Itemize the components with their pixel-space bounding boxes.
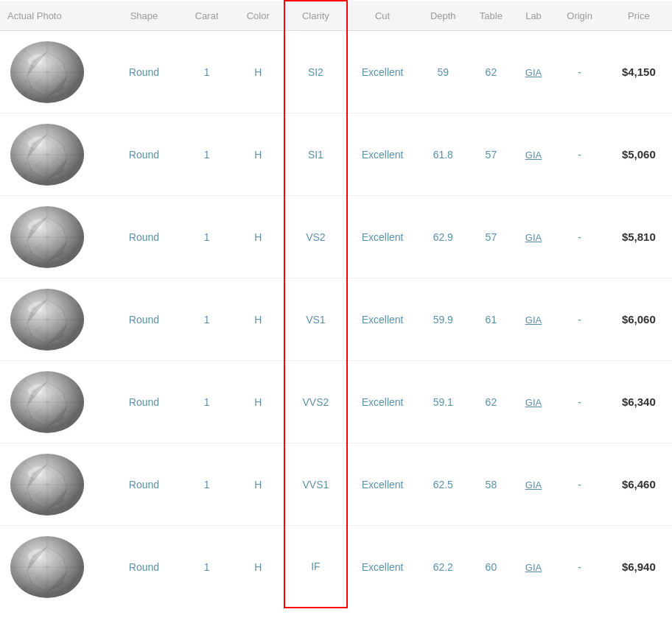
lab-cell[interactable]: GIA — [513, 113, 553, 196]
color-cell: H — [233, 278, 284, 361]
table-row: Round 1 H VVS1 Excellent 62.5 58 GIA - $… — [0, 443, 672, 526]
table-cell: 61 — [469, 278, 513, 361]
table-cell: 57 — [469, 196, 513, 278]
depth-cell: 62.2 — [417, 526, 469, 608]
lab-cell[interactable]: GIA — [513, 278, 553, 361]
price-cell: $6,940 — [606, 526, 672, 608]
header-carat: Carat — [181, 1, 233, 31]
diamond-image — [4, 119, 89, 189]
origin-cell: - — [554, 196, 606, 278]
shape-cell: Round — [107, 443, 181, 526]
color-cell: H — [233, 361, 284, 443]
header-price: Price — [606, 1, 672, 31]
table-cell: 62 — [469, 31, 513, 113]
carat-cell: 1 — [181, 31, 233, 113]
clarity-cell: VVS2 — [284, 361, 347, 443]
table-row: Round 1 H SI2 Excellent 59 62 GIA - $4,1… — [0, 31, 672, 113]
cut-cell: Excellent — [347, 196, 417, 278]
price-cell: $4,150 — [606, 31, 672, 113]
lab-cell[interactable]: GIA — [513, 361, 553, 443]
clarity-cell: SI2 — [284, 31, 347, 113]
lab-link[interactable]: GIA — [525, 314, 542, 326]
photo-cell — [0, 196, 107, 278]
header-depth: Depth — [417, 1, 469, 31]
shape-cell: Round — [107, 31, 181, 113]
table-header-row: Actual Photo Shape Carat Color Clarity C… — [0, 1, 672, 31]
shape-cell: Round — [107, 526, 181, 608]
header-lab: Lab — [513, 1, 553, 31]
diamond-image — [4, 202, 89, 272]
price-cell: $5,810 — [606, 196, 672, 278]
table-cell: 60 — [469, 526, 513, 608]
shape-cell: Round — [107, 361, 181, 443]
lab-link[interactable]: GIA — [525, 67, 542, 78]
depth-cell: 59.9 — [417, 278, 469, 361]
clarity-cell: VS1 — [284, 278, 347, 361]
clarity-cell: VVS1 — [284, 443, 347, 526]
color-cell: H — [233, 31, 284, 113]
table-row: Round 1 H IF Excellent 62.2 60 GIA - $6,… — [0, 526, 672, 608]
carat-cell: 1 — [181, 526, 233, 608]
origin-cell: - — [554, 443, 606, 526]
color-cell: H — [233, 196, 284, 278]
color-cell: H — [233, 443, 284, 526]
price-cell: $6,460 — [606, 443, 672, 526]
carat-cell: 1 — [181, 443, 233, 526]
price-cell: $6,340 — [606, 361, 672, 443]
table-row: Round 1 H SI1 Excellent 61.8 57 GIA - $5… — [0, 113, 672, 196]
table-cell: 62 — [469, 361, 513, 443]
carat-cell: 1 — [181, 278, 233, 361]
diamond-image — [4, 284, 89, 354]
shape-cell: Round — [107, 196, 181, 278]
diamond-image — [4, 37, 89, 107]
photo-cell — [0, 113, 107, 196]
price-cell: $5,060 — [606, 113, 672, 196]
carat-cell: 1 — [181, 113, 233, 196]
shape-cell: Round — [107, 278, 181, 361]
lab-link[interactable]: GIA — [525, 150, 542, 161]
cut-cell: Excellent — [347, 361, 417, 443]
cut-cell: Excellent — [347, 31, 417, 113]
origin-cell: - — [554, 526, 606, 608]
diamond-image — [4, 532, 89, 602]
photo-cell — [0, 31, 107, 113]
header-origin: Origin — [554, 1, 606, 31]
depth-cell: 59 — [417, 31, 469, 113]
lab-cell[interactable]: GIA — [513, 31, 553, 113]
table-row: Round 1 H VS2 Excellent 62.9 57 GIA - $5… — [0, 196, 672, 278]
lab-link[interactable]: GIA — [525, 232, 542, 243]
lab-link[interactable]: GIA — [525, 479, 542, 490]
diamond-image — [4, 449, 89, 519]
table-cell: 58 — [469, 443, 513, 526]
clarity-cell: IF — [284, 526, 347, 608]
lab-link[interactable]: GIA — [525, 562, 542, 573]
lab-link[interactable]: GIA — [525, 397, 542, 408]
header-shape: Shape — [107, 1, 181, 31]
cut-cell: Excellent — [347, 526, 417, 608]
price-cell: $6,060 — [606, 278, 672, 361]
lab-cell[interactable]: GIA — [513, 196, 553, 278]
cut-cell: Excellent — [347, 443, 417, 526]
header-table: Table — [469, 1, 513, 31]
photo-cell — [0, 526, 107, 608]
origin-cell: - — [554, 113, 606, 196]
depth-cell: 62.9 — [417, 196, 469, 278]
origin-cell: - — [554, 361, 606, 443]
cut-cell: Excellent — [347, 278, 417, 361]
table-row: Round 1 H VS1 Excellent 59.9 61 GIA - $6… — [0, 278, 672, 361]
header-clarity: Clarity — [284, 1, 347, 31]
lab-cell[interactable]: GIA — [513, 526, 553, 608]
diamond-image — [4, 367, 89, 437]
photo-cell — [0, 361, 107, 443]
shape-cell: Round — [107, 113, 181, 196]
clarity-cell: VS2 — [284, 196, 347, 278]
cut-cell: Excellent — [347, 113, 417, 196]
table-cell: 57 — [469, 113, 513, 196]
color-cell: H — [233, 526, 284, 608]
origin-cell: - — [554, 31, 606, 113]
lab-cell[interactable]: GIA — [513, 443, 553, 526]
carat-cell: 1 — [181, 196, 233, 278]
diamond-table: Actual Photo Shape Carat Color Clarity C… — [0, 0, 672, 608]
header-color: Color — [233, 1, 284, 31]
carat-cell: 1 — [181, 361, 233, 443]
